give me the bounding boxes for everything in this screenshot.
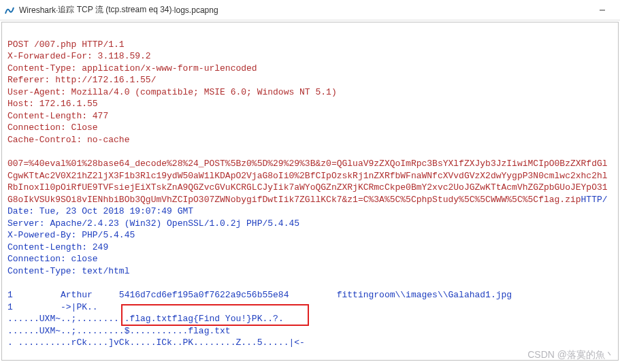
request-header: X-Forwarded-For: 3.118.59.2 (7, 51, 151, 61)
response-body: ......UXM~..;...... (7, 314, 108, 324)
response-header: Content-Length: 249 (7, 242, 108, 252)
window-titlebar: Wireshark · 追踪 TCP 流 (tcp.stream eq 34) … (0, 0, 620, 20)
title-stream: 追踪 TCP 流 (tcp.stream eq 34) (58, 4, 172, 16)
title-file: logs.pcapng (174, 5, 218, 15)
request-header: Content-Type: application/x-www-form-url… (7, 63, 257, 73)
response-body: ......UXM~..;.........$...........flag.t… (7, 326, 231, 336)
request-header: Cache-Control: no-cache (7, 135, 129, 145)
response-header: Server: Apache/2.4.23 (Win32) OpenSSL/1.… (7, 218, 299, 229)
response-header: Content-Type: text/html (7, 266, 129, 276)
stream-content[interactable]: POST /007.php HTTP/1.1 X-Forwarded-For: … (2, 22, 618, 353)
response-header: Connection: close (7, 254, 98, 264)
request-body: RbInoxIl0pOiRfUE9TVFsiejEiXTskZnA9QGZvcG… (7, 182, 608, 193)
request-header: Host: 172.16.1.55 (7, 99, 98, 109)
request-body: 007=%40eval%01%28base64_decode%28%24_POS… (7, 159, 608, 169)
request-line: POST /007.php HTTP/1.1 (7, 39, 125, 50)
response-header: X-Powered-By: PHP/5.4.45 (7, 230, 135, 240)
http-marker: HTTP/ (581, 195, 608, 205)
request-header: Connection: Close (7, 122, 98, 133)
response-header: Date: Tue, 23 Oct 2018 19:07:49 GMT (7, 206, 193, 216)
request-header: Content-Length: 477 (7, 111, 108, 121)
request-header: User-Agent: Mozilla/4.0 (compatible; MSI… (7, 87, 337, 97)
title-app: Wireshark (19, 5, 56, 15)
response-body: . ..........rCk....]vCk.....ICk..PK.....… (7, 337, 305, 348)
wireshark-icon (4, 5, 15, 16)
response-body: 1 ->|PK.. (7, 302, 98, 312)
request-body: G8oIkVSUk9SOi8vIENhbiBOb3QgUmVhZCIpO307Z… (7, 195, 581, 205)
stream-content-frame: POST /007.php HTTP/1.1 X-Forwarded-For: … (1, 22, 619, 361)
response-body: 1 Arthur 5416d7cd6ef195a0f7622a9c56b55e8… (7, 290, 512, 300)
request-body: CgwKTtAc2V0X21hZ2ljX3F1b3Rlc19ydW50aW1lK… (7, 171, 608, 181)
response-body-flag: ....flag.txtflag{Find You!}PK..?. (108, 314, 283, 324)
request-header: Referer: http://172.16.1.55/ (7, 75, 156, 85)
watermark-text: CSDN @落寞的魚丶 (527, 349, 615, 361)
minimize-button[interactable] (589, 0, 616, 20)
